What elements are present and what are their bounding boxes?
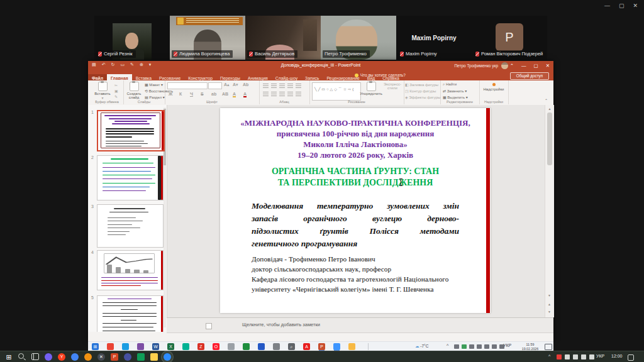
participant-tile[interactable]: Maxim PopirnyMaxim Popirny <box>396 16 472 60</box>
excel-icon[interactable]: X <box>167 343 174 350</box>
ribbon-display-options-icon[interactable]: ⌃ <box>510 63 514 69</box>
save-icon[interactable]: ▤ <box>92 62 96 67</box>
slide-thumbnail-2[interactable] <box>97 155 164 200</box>
font-color-icon[interactable]: A <box>243 92 247 97</box>
acrobat-icon[interactable]: A <box>303 343 310 350</box>
start-icon[interactable]: ⊞ <box>92 343 99 350</box>
undo-icon[interactable]: ↶ <box>102 62 106 67</box>
word-icon[interactable]: W <box>152 343 159 350</box>
slide-scrollbar[interactable]: ▲ ▼ ▲ ▼ <box>545 105 554 317</box>
notification-center-icon[interactable] <box>628 354 634 361</box>
font-name-select[interactable] <box>167 82 208 89</box>
account-avatar[interactable] <box>501 62 508 69</box>
collapse-ribbon-icon[interactable]: ⌃ <box>545 98 548 102</box>
notes-pane[interactable]: Щелкните, чтобы добавить заметки <box>167 317 553 333</box>
x-app-icon[interactable]: ✕ <box>97 353 105 361</box>
redo-icon[interactable]: ↻ <box>111 62 115 67</box>
slide-thumbnail-4[interactable] <box>97 250 164 290</box>
participant-tile[interactable]: Петро Трофименко <box>321 16 396 60</box>
scrollbar-thumb[interactable] <box>547 112 552 165</box>
zoom-icon[interactable] <box>164 353 171 361</box>
clock[interactable]: 12:00 <box>611 354 623 358</box>
minimize-button[interactable]: — <box>604 3 610 9</box>
highlight-color-icon[interactable]: А <box>233 92 236 97</box>
align-center-icon[interactable] <box>271 92 277 96</box>
viber-icon[interactable] <box>137 343 144 350</box>
replace-button[interactable]: ⇄ Заменить ▾ <box>443 89 467 93</box>
shape-icon[interactable]: △ <box>330 86 333 93</box>
arrange-button[interactable]: Упорядочить <box>360 80 382 96</box>
next-slide-button[interactable]: ▼ <box>548 310 551 314</box>
line-spacing-icon[interactable] <box>296 84 301 88</box>
columns-icon[interactable] <box>296 92 301 96</box>
bold-icon[interactable]: Ж <box>169 92 172 96</box>
edge-icon[interactable] <box>122 343 129 350</box>
cut-icon[interactable]: ✂ <box>114 83 118 87</box>
shape-effects-button[interactable]: ◈ Эффекты фигуры <box>405 95 440 99</box>
viber-icon[interactable] <box>45 353 52 361</box>
slide-canvas[interactable]: «МІЖНАРОДНА НАУКОВО-ПРАКТИЧНА КОНФЕРЕНЦІ… <box>220 108 491 313</box>
quick-styles-button[interactable]: Экспресс-стили <box>384 82 401 90</box>
select-button[interactable]: ▦ Выделить ▾ <box>443 95 468 99</box>
chrome-icon[interactable] <box>71 353 79 361</box>
sphere-app-icon[interactable] <box>124 353 131 361</box>
font-size-select[interactable] <box>208 82 222 89</box>
green-app-icon[interactable] <box>243 343 250 350</box>
hidden-icons-expander[interactable]: ^ <box>447 343 448 348</box>
microphone-icon[interactable] <box>565 354 570 359</box>
close-button[interactable]: ✕ <box>633 3 638 9</box>
zoom-icon[interactable] <box>333 343 340 350</box>
shape-icon[interactable]: ☆ <box>343 86 347 93</box>
z-app-icon[interactable]: Z <box>197 343 204 350</box>
teal-app-icon[interactable] <box>182 343 189 350</box>
language-indicator[interactable]: УКР <box>596 354 604 358</box>
search-app-icon[interactable]: ⌕ <box>288 343 295 350</box>
previous-slide-button[interactable]: ▲ <box>548 302 551 306</box>
start-icon[interactable]: ⊞ <box>5 353 13 361</box>
yandex-icon[interactable]: Y <box>58 353 65 361</box>
grow-font-icon[interactable]: A▴ <box>224 82 230 87</box>
shape-icon[interactable]: ◇ <box>334 86 337 93</box>
meet-icon[interactable] <box>137 353 145 361</box>
restore-window-icon[interactable]: ▢ <box>534 63 538 69</box>
share-person-icon[interactable]: ⊕ <box>140 62 143 67</box>
shape-icon[interactable]: ○ <box>326 86 329 93</box>
scroll-down-icon[interactable]: ▼ <box>548 293 551 297</box>
display-icon[interactable] <box>492 344 497 349</box>
notes-placeholder[interactable]: Щелкните, чтобы добавить заметки <box>242 322 320 327</box>
minimize-window-icon[interactable]: — <box>521 63 526 69</box>
bullets-icon[interactable] <box>263 84 269 88</box>
numbering-icon[interactable] <box>271 84 277 88</box>
clock[interactable]: 11:5919.02.2026 <box>519 343 541 351</box>
onedrive-icon[interactable] <box>477 344 482 349</box>
paste-button[interactable]: Вставить ▾ <box>93 80 112 100</box>
new-slide-button[interactable]: Создать слайд <box>125 80 143 99</box>
indent-increase-icon[interactable] <box>287 84 293 88</box>
gray-app2-icon[interactable] <box>273 343 280 350</box>
copy-icon[interactable]: ▣ <box>114 89 118 93</box>
powerpoint-icon[interactable]: P <box>318 343 325 350</box>
find-button[interactable]: ⌕ Найти <box>443 82 457 87</box>
notes-splitter-grip[interactable] <box>206 323 212 329</box>
battery-icon[interactable] <box>454 344 459 349</box>
weather-widget[interactable]: ☁ -7°C <box>415 344 428 349</box>
slide-thumbnail-1[interactable] <box>97 110 165 151</box>
notification-center-icon[interactable] <box>545 344 552 350</box>
shield-icon[interactable] <box>462 344 467 349</box>
participant-tile[interactable]: Людмила Воротинцева <box>170 16 245 60</box>
shape-icon[interactable]: ╱ <box>318 86 321 93</box>
hidden-icons-expander[interactable]: ^ <box>548 354 553 359</box>
participant-tile[interactable]: Сергій Резнік <box>94 16 170 60</box>
customize-qat-icon[interactable]: ▾ <box>149 62 152 67</box>
explorer-icon[interactable] <box>150 353 158 361</box>
section-button[interactable]: ▤ Раздел ▾ <box>145 95 165 99</box>
participant-tile[interactable]: PРоман Вікторович Подзерей <box>472 16 547 60</box>
shape-fill-button[interactable]: ◧ Заливка фигуры <box>405 82 438 87</box>
indent-decrease-icon[interactable] <box>279 84 285 88</box>
shape-outline-button[interactable]: ◳ Контур фигуры <box>405 89 436 93</box>
align-right-icon[interactable] <box>279 92 285 96</box>
slide-thumbnail-3[interactable] <box>97 204 164 248</box>
shape-icon[interactable]: ▭ <box>321 86 325 93</box>
strikethrough-icon[interactable]: S <box>201 92 204 96</box>
account-name[interactable]: Петро Трофименко укр <box>454 63 498 68</box>
